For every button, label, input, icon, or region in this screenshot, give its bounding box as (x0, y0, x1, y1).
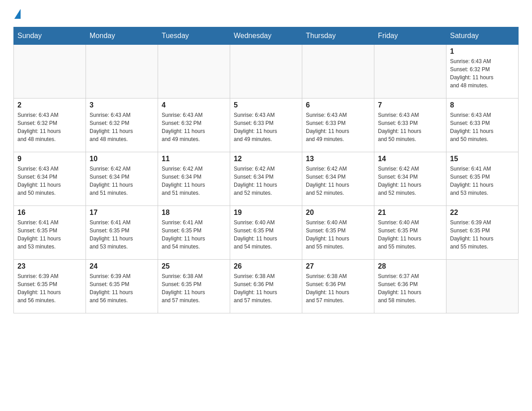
calendar-cell: 21Sunrise: 6:40 AMSunset: 6:35 PMDayligh… (374, 206, 446, 260)
calendar-cell: 6Sunrise: 6:43 AMSunset: 6:33 PMDaylight… (302, 98, 374, 152)
day-number: 21 (378, 209, 442, 217)
day-number: 4 (162, 101, 226, 109)
day-number: 12 (234, 155, 298, 163)
day-info: Sunrise: 6:42 AMSunset: 6:34 PMDaylight:… (234, 165, 298, 197)
day-info: Sunrise: 6:41 AMSunset: 6:35 PMDaylight:… (450, 165, 515, 197)
calendar-cell: 27Sunrise: 6:38 AMSunset: 6:36 PMDayligh… (302, 260, 374, 313)
calendar-cell: 2Sunrise: 6:43 AMSunset: 6:32 PMDaylight… (14, 98, 86, 152)
day-info: Sunrise: 6:38 AMSunset: 6:36 PMDaylight:… (306, 272, 370, 304)
day-number: 24 (90, 262, 154, 270)
calendar-header: SundayMondayTuesdayWednesdayThursdayFrid… (14, 27, 519, 45)
calendar-week-2: 2Sunrise: 6:43 AMSunset: 6:32 PMDaylight… (14, 98, 519, 152)
day-number: 19 (234, 209, 298, 217)
calendar-cell (302, 45, 374, 98)
day-number: 5 (234, 101, 298, 109)
weekday-header-sunday: Sunday (14, 27, 86, 45)
day-info: Sunrise: 6:42 AMSunset: 6:34 PMDaylight:… (378, 165, 442, 197)
day-number: 16 (17, 209, 82, 217)
calendar-cell (14, 45, 86, 98)
day-info: Sunrise: 6:43 AMSunset: 6:33 PMDaylight:… (450, 111, 515, 143)
day-number: 26 (234, 262, 298, 270)
day-info: Sunrise: 6:38 AMSunset: 6:35 PMDaylight:… (162, 272, 226, 304)
day-number: 27 (306, 262, 370, 270)
day-number: 2 (17, 101, 82, 109)
day-number: 10 (90, 155, 154, 163)
day-info: Sunrise: 6:42 AMSunset: 6:34 PMDaylight:… (162, 165, 226, 197)
calendar-cell: 17Sunrise: 6:41 AMSunset: 6:35 PMDayligh… (86, 206, 158, 260)
day-info: Sunrise: 6:42 AMSunset: 6:34 PMDaylight:… (306, 165, 370, 197)
day-info: Sunrise: 6:41 AMSunset: 6:35 PMDaylight:… (90, 218, 154, 251)
calendar-cell: 9Sunrise: 6:43 AMSunset: 6:34 PMDaylight… (14, 152, 86, 206)
day-number: 28 (378, 262, 442, 270)
calendar-cell: 8Sunrise: 6:43 AMSunset: 6:33 PMDaylight… (446, 98, 519, 152)
day-info: Sunrise: 6:43 AMSunset: 6:33 PMDaylight:… (234, 111, 298, 143)
day-info: Sunrise: 6:43 AMSunset: 6:32 PMDaylight:… (162, 111, 226, 143)
calendar-week-5: 23Sunrise: 6:39 AMSunset: 6:35 PMDayligh… (14, 260, 519, 313)
calendar-week-3: 9Sunrise: 6:43 AMSunset: 6:34 PMDaylight… (14, 152, 519, 206)
calendar-cell: 3Sunrise: 6:43 AMSunset: 6:32 PMDaylight… (86, 98, 158, 152)
calendar-cell: 24Sunrise: 6:39 AMSunset: 6:35 PMDayligh… (86, 260, 158, 313)
calendar-week-4: 16Sunrise: 6:41 AMSunset: 6:35 PMDayligh… (14, 206, 519, 260)
day-number: 8 (450, 101, 515, 109)
day-info: Sunrise: 6:40 AMSunset: 6:35 PMDaylight:… (234, 218, 298, 251)
calendar-table: SundayMondayTuesdayWednesdayThursdayFrid… (13, 27, 519, 313)
day-info: Sunrise: 6:43 AMSunset: 6:32 PMDaylight:… (17, 111, 82, 143)
day-number: 18 (162, 209, 226, 217)
calendar-cell (446, 260, 519, 313)
weekday-header-friday: Friday (374, 27, 446, 45)
calendar-cell: 5Sunrise: 6:43 AMSunset: 6:33 PMDaylight… (230, 98, 302, 152)
calendar-cell (86, 45, 158, 98)
page-header (13, 9, 519, 18)
day-number: 6 (306, 101, 370, 109)
calendar-cell (158, 45, 230, 98)
weekday-header-tuesday: Tuesday (158, 27, 230, 45)
day-number: 1 (450, 47, 515, 56)
day-info: Sunrise: 6:43 AMSunset: 6:33 PMDaylight:… (306, 111, 370, 143)
day-info: Sunrise: 6:43 AMSunset: 6:34 PMDaylight:… (17, 165, 82, 197)
day-number: 20 (306, 209, 370, 217)
calendar-cell (230, 45, 302, 98)
calendar-cell (374, 45, 446, 98)
calendar-cell: 13Sunrise: 6:42 AMSunset: 6:34 PMDayligh… (302, 152, 374, 206)
day-info: Sunrise: 6:42 AMSunset: 6:34 PMDaylight:… (90, 165, 154, 197)
day-info: Sunrise: 6:39 AMSunset: 6:35 PMDaylight:… (17, 272, 82, 304)
day-number: 3 (90, 101, 154, 109)
weekday-header-wednesday: Wednesday (230, 27, 302, 45)
day-info: Sunrise: 6:43 AMSunset: 6:32 PMDaylight:… (90, 111, 154, 143)
logo (13, 9, 21, 18)
day-info: Sunrise: 6:41 AMSunset: 6:35 PMDaylight:… (162, 218, 226, 251)
calendar-cell: 1Sunrise: 6:43 AMSunset: 6:32 PMDaylight… (446, 45, 519, 98)
day-info: Sunrise: 6:41 AMSunset: 6:35 PMDaylight:… (17, 218, 82, 251)
calendar-cell: 7Sunrise: 6:43 AMSunset: 6:33 PMDaylight… (374, 98, 446, 152)
weekday-header-thursday: Thursday (302, 27, 374, 45)
day-info: Sunrise: 6:39 AMSunset: 6:35 PMDaylight:… (450, 218, 515, 251)
calendar-cell: 11Sunrise: 6:42 AMSunset: 6:34 PMDayligh… (158, 152, 230, 206)
calendar-cell: 23Sunrise: 6:39 AMSunset: 6:35 PMDayligh… (14, 260, 86, 313)
calendar-cell: 16Sunrise: 6:41 AMSunset: 6:35 PMDayligh… (14, 206, 86, 260)
calendar-cell: 10Sunrise: 6:42 AMSunset: 6:34 PMDayligh… (86, 152, 158, 206)
calendar-cell: 19Sunrise: 6:40 AMSunset: 6:35 PMDayligh… (230, 206, 302, 260)
day-number: 11 (162, 155, 226, 163)
calendar-cell: 12Sunrise: 6:42 AMSunset: 6:34 PMDayligh… (230, 152, 302, 206)
day-info: Sunrise: 6:43 AMSunset: 6:32 PMDaylight:… (450, 57, 515, 90)
day-number: 14 (378, 155, 442, 163)
day-info: Sunrise: 6:37 AMSunset: 6:36 PMDaylight:… (378, 272, 442, 304)
day-info: Sunrise: 6:38 AMSunset: 6:36 PMDaylight:… (234, 272, 298, 304)
calendar-cell: 22Sunrise: 6:39 AMSunset: 6:35 PMDayligh… (446, 206, 519, 260)
calendar-cell: 25Sunrise: 6:38 AMSunset: 6:35 PMDayligh… (158, 260, 230, 313)
day-number: 13 (306, 155, 370, 163)
day-info: Sunrise: 6:43 AMSunset: 6:33 PMDaylight:… (378, 111, 442, 143)
day-number: 9 (17, 155, 82, 163)
calendar-cell: 20Sunrise: 6:40 AMSunset: 6:35 PMDayligh… (302, 206, 374, 260)
day-number: 25 (162, 262, 226, 270)
day-number: 7 (378, 101, 442, 109)
day-info: Sunrise: 6:40 AMSunset: 6:35 PMDaylight:… (306, 218, 370, 251)
calendar-cell: 18Sunrise: 6:41 AMSunset: 6:35 PMDayligh… (158, 206, 230, 260)
day-info: Sunrise: 6:39 AMSunset: 6:35 PMDaylight:… (90, 272, 154, 304)
day-number: 15 (450, 155, 515, 163)
logo-triangle-icon (14, 9, 21, 19)
calendar-week-1: 1Sunrise: 6:43 AMSunset: 6:32 PMDaylight… (14, 45, 519, 98)
calendar-cell: 28Sunrise: 6:37 AMSunset: 6:36 PMDayligh… (374, 260, 446, 313)
day-info: Sunrise: 6:40 AMSunset: 6:35 PMDaylight:… (378, 218, 442, 251)
calendar-cell: 4Sunrise: 6:43 AMSunset: 6:32 PMDaylight… (158, 98, 230, 152)
